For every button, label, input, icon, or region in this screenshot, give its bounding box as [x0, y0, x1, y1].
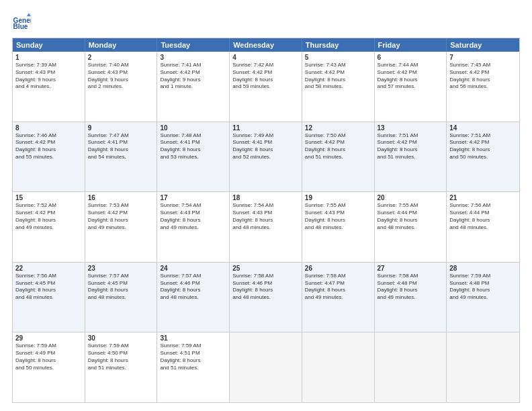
day-cell-8: 8Sunrise: 7:46 AM Sunset: 4:42 PM Daylig… [13, 122, 85, 192]
day-info: Sunrise: 7:54 AM Sunset: 4:43 PM Dayligh… [232, 202, 299, 231]
day-info: Sunrise: 7:42 AM Sunset: 4:42 PM Dayligh… [232, 62, 299, 91]
day-info: Sunrise: 7:54 AM Sunset: 4:43 PM Dayligh… [160, 202, 226, 231]
day-cell-17: 17Sunrise: 7:54 AM Sunset: 4:43 PM Dayli… [157, 192, 230, 262]
day-cell-3: 3Sunrise: 7:41 AM Sunset: 4:42 PM Daylig… [157, 52, 230, 122]
day-info: Sunrise: 7:49 AM Sunset: 4:41 PM Dayligh… [232, 132, 299, 161]
day-number: 2 [88, 54, 154, 61]
day-cell-11: 11Sunrise: 7:49 AM Sunset: 4:41 PM Dayli… [230, 122, 302, 192]
day-number: 19 [305, 194, 371, 201]
day-cell-23: 23Sunrise: 7:57 AM Sunset: 4:45 PM Dayli… [85, 263, 158, 332]
svg-text:Blue: Blue [13, 23, 28, 30]
day-number: 15 [15, 194, 82, 201]
day-number: 1 [15, 54, 82, 61]
day-cell-14: 14Sunrise: 7:51 AM Sunset: 4:42 PM Dayli… [447, 122, 519, 192]
day-header-saturday: Saturday [447, 38, 519, 52]
day-number: 9 [88, 124, 154, 132]
day-header-monday: Monday [85, 38, 158, 52]
day-info: Sunrise: 7:40 AM Sunset: 4:43 PM Dayligh… [88, 62, 154, 91]
day-info: Sunrise: 7:44 AM Sunset: 4:42 PM Dayligh… [378, 62, 444, 91]
day-info: Sunrise: 7:56 AM Sunset: 4:44 PM Dayligh… [449, 202, 517, 231]
day-info: Sunrise: 7:59 AM Sunset: 4:51 PM Dayligh… [160, 342, 226, 371]
day-info: Sunrise: 7:56 AM Sunset: 4:45 PM Dayligh… [15, 273, 82, 302]
day-header-wednesday: Wednesday [230, 38, 302, 52]
day-header-sunday: Sunday [13, 38, 85, 52]
day-number: 8 [15, 124, 82, 132]
day-info: Sunrise: 7:57 AM Sunset: 4:46 PM Dayligh… [160, 273, 226, 302]
day-info: Sunrise: 7:58 AM Sunset: 4:47 PM Dayligh… [305, 273, 371, 302]
day-number: 23 [88, 265, 154, 272]
day-number: 14 [449, 124, 517, 132]
day-number: 21 [449, 194, 517, 201]
day-info: Sunrise: 7:59 AM Sunset: 4:48 PM Dayligh… [449, 273, 517, 302]
day-number: 7 [449, 54, 517, 61]
day-cell-31: 31Sunrise: 7:59 AM Sunset: 4:51 PM Dayli… [157, 332, 230, 402]
day-number: 6 [378, 54, 444, 61]
day-number: 26 [305, 265, 371, 272]
day-number: 25 [232, 265, 299, 272]
day-info: Sunrise: 7:55 AM Sunset: 4:44 PM Dayligh… [378, 202, 444, 231]
day-info: Sunrise: 7:46 AM Sunset: 4:42 PM Dayligh… [15, 132, 82, 161]
logo: General Blue [12, 12, 34, 31]
page-header: General Blue [12, 12, 520, 31]
day-number: 18 [232, 194, 299, 201]
day-info: Sunrise: 7:53 AM Sunset: 4:42 PM Dayligh… [88, 202, 154, 231]
svg-marker-2 [27, 13, 31, 17]
empty-cell-4-5 [375, 332, 447, 402]
day-number: 16 [88, 194, 154, 201]
week-row-1: 1Sunrise: 7:39 AM Sunset: 4:43 PM Daylig… [13, 52, 519, 122]
day-number: 3 [160, 54, 226, 61]
day-cell-27: 27Sunrise: 7:58 AM Sunset: 4:48 PM Dayli… [375, 263, 447, 332]
day-cell-26: 26Sunrise: 7:58 AM Sunset: 4:47 PM Dayli… [302, 263, 375, 332]
day-number: 20 [378, 194, 444, 201]
day-cell-20: 20Sunrise: 7:55 AM Sunset: 4:44 PM Dayli… [375, 192, 447, 262]
day-header-thursday: Thursday [302, 38, 375, 52]
day-info: Sunrise: 7:50 AM Sunset: 4:42 PM Dayligh… [305, 132, 371, 161]
day-number: 28 [449, 265, 517, 272]
day-info: Sunrise: 7:59 AM Sunset: 4:50 PM Dayligh… [88, 342, 154, 371]
day-cell-29: 29Sunrise: 7:59 AM Sunset: 4:49 PM Dayli… [13, 332, 85, 402]
day-cell-19: 19Sunrise: 7:55 AM Sunset: 4:43 PM Dayli… [302, 192, 375, 262]
day-cell-15: 15Sunrise: 7:52 AM Sunset: 4:42 PM Dayli… [13, 192, 85, 262]
day-info: Sunrise: 7:59 AM Sunset: 4:49 PM Dayligh… [15, 342, 82, 371]
day-cell-2: 2Sunrise: 7:40 AM Sunset: 4:43 PM Daylig… [85, 52, 158, 122]
day-number: 13 [378, 124, 444, 132]
day-info: Sunrise: 7:51 AM Sunset: 4:42 PM Dayligh… [378, 132, 444, 161]
day-number: 17 [160, 194, 226, 201]
day-info: Sunrise: 7:39 AM Sunset: 4:43 PM Dayligh… [15, 62, 82, 91]
day-number: 24 [160, 265, 226, 272]
day-cell-21: 21Sunrise: 7:56 AM Sunset: 4:44 PM Dayli… [447, 192, 519, 262]
day-cell-6: 6Sunrise: 7:44 AM Sunset: 4:42 PM Daylig… [375, 52, 447, 122]
day-cell-9: 9Sunrise: 7:47 AM Sunset: 4:41 PM Daylig… [85, 122, 158, 192]
day-number: 4 [232, 54, 299, 61]
day-cell-18: 18Sunrise: 7:54 AM Sunset: 4:43 PM Dayli… [230, 192, 302, 262]
day-number: 22 [15, 265, 82, 272]
day-info: Sunrise: 7:41 AM Sunset: 4:42 PM Dayligh… [160, 62, 226, 91]
day-info: Sunrise: 7:58 AM Sunset: 4:46 PM Dayligh… [232, 273, 299, 302]
empty-cell-4-3 [230, 332, 302, 402]
day-info: Sunrise: 7:55 AM Sunset: 4:43 PM Dayligh… [305, 202, 371, 231]
day-info: Sunrise: 7:43 AM Sunset: 4:42 PM Dayligh… [305, 62, 371, 91]
day-info: Sunrise: 7:51 AM Sunset: 4:42 PM Dayligh… [449, 132, 517, 161]
day-cell-7: 7Sunrise: 7:45 AM Sunset: 4:42 PM Daylig… [447, 52, 519, 122]
day-cell-1: 1Sunrise: 7:39 AM Sunset: 4:43 PM Daylig… [13, 52, 85, 122]
day-cell-25: 25Sunrise: 7:58 AM Sunset: 4:46 PM Dayli… [230, 263, 302, 332]
week-row-4: 22Sunrise: 7:56 AM Sunset: 4:45 PM Dayli… [13, 262, 519, 332]
day-cell-30: 30Sunrise: 7:59 AM Sunset: 4:50 PM Dayli… [85, 332, 158, 402]
day-header-friday: Friday [375, 38, 447, 52]
logo-icon: General Blue [12, 12, 31, 31]
week-row-5: 29Sunrise: 7:59 AM Sunset: 4:49 PM Dayli… [13, 332, 519, 402]
day-cell-12: 12Sunrise: 7:50 AM Sunset: 4:42 PM Dayli… [302, 122, 375, 192]
calendar-header-row: SundayMondayTuesdayWednesdayThursdayFrid… [13, 38, 519, 52]
calendar-body: 1Sunrise: 7:39 AM Sunset: 4:43 PM Daylig… [13, 52, 519, 402]
day-number: 5 [305, 54, 371, 61]
day-number: 10 [160, 124, 226, 132]
week-row-3: 15Sunrise: 7:52 AM Sunset: 4:42 PM Dayli… [13, 191, 519, 262]
day-info: Sunrise: 7:47 AM Sunset: 4:41 PM Dayligh… [88, 132, 154, 161]
day-number: 31 [160, 334, 226, 342]
day-info: Sunrise: 7:45 AM Sunset: 4:42 PM Dayligh… [449, 62, 517, 91]
day-cell-22: 22Sunrise: 7:56 AM Sunset: 4:45 PM Dayli… [13, 263, 85, 332]
empty-cell-4-4 [302, 332, 375, 402]
day-number: 27 [378, 265, 444, 272]
day-cell-4: 4Sunrise: 7:42 AM Sunset: 4:42 PM Daylig… [230, 52, 302, 122]
week-row-2: 8Sunrise: 7:46 AM Sunset: 4:42 PM Daylig… [13, 122, 519, 192]
